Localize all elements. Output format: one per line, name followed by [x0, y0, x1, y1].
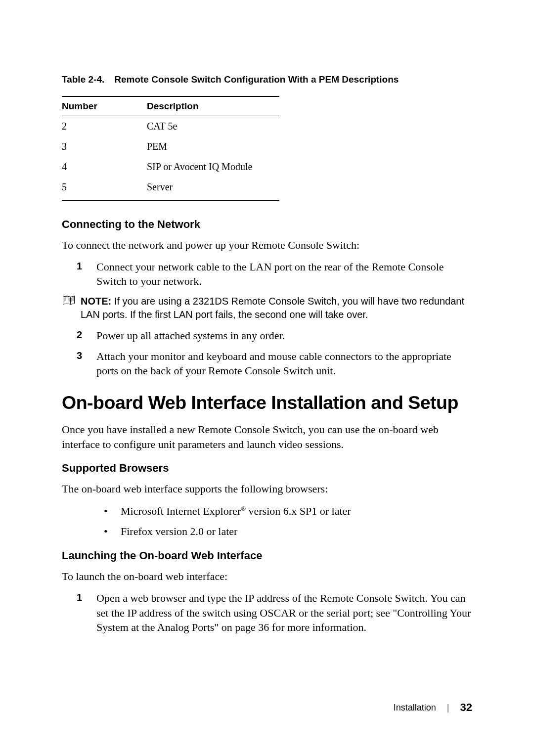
note-block: NOTE: If you are using a 2321DS Remote C…: [62, 295, 472, 321]
list-text: Power up all attached systems in any ord…: [96, 329, 285, 342]
table-row: 5 Server: [62, 177, 279, 200]
list-item: 3 Attach your monitor and keyboard and m…: [87, 349, 472, 378]
table-row: 4 SIP or Avocent IQ Module: [62, 157, 279, 177]
bullet-text-post: version 6.x SP1 or later: [246, 505, 351, 517]
table-cell-description: CAT 5e: [147, 116, 279, 137]
table-cell-description: PEM: [147, 136, 279, 157]
note-label: NOTE:: [81, 296, 111, 307]
table-header-number: Number: [62, 96, 147, 116]
heading-connecting-network: Connecting to the Network: [62, 218, 472, 231]
pem-descriptions-table: Number Description 2 CAT 5e 3 PEM 4 SIP …: [62, 96, 279, 201]
intro-connecting-network: To connect the network and power up your…: [62, 238, 472, 253]
footer-page-number: 32: [460, 701, 472, 714]
note-body: If you are using a 2321DS Remote Console…: [81, 296, 464, 320]
table-row: 2 CAT 5e: [62, 116, 279, 137]
bullet-text: Firefox version 2.0 or later: [121, 525, 237, 537]
table-cell-description: SIP or Avocent IQ Module: [147, 157, 279, 177]
bullet-text-pre: Microsoft Internet Explorer: [121, 505, 241, 517]
list-item: 1 Open a web browser and type the IP add…: [87, 591, 472, 635]
heading-launching-interface: Launching the On-board Web Interface: [62, 549, 472, 562]
connect-steps-list-cont: 2 Power up all attached systems in any o…: [87, 328, 472, 378]
connect-steps-list: 1 Connect your network cable to the LAN …: [87, 260, 472, 289]
page-footer: Installation | 32: [394, 701, 472, 714]
browsers-list: Microsoft Internet Explorer® version 6.x…: [104, 503, 472, 539]
table-caption: Table 2-4.Remote Console Switch Configur…: [62, 74, 472, 85]
registered-mark: ®: [241, 505, 246, 512]
page-content: Table 2-4.Remote Console Switch Configur…: [0, 0, 534, 670]
footer-divider: |: [447, 703, 449, 713]
list-text: Connect your network cable to the LAN po…: [96, 261, 444, 288]
table-cell-description: Server: [147, 177, 279, 200]
table-cell-number: 5: [62, 177, 147, 200]
list-number: 3: [77, 349, 82, 362]
table-cell-number: 3: [62, 136, 147, 157]
table-row: 3 PEM: [62, 136, 279, 157]
list-number: 2: [77, 328, 82, 342]
table-cell-number: 2: [62, 116, 147, 137]
list-item: Firefox version 2.0 or later: [104, 523, 472, 539]
footer-section: Installation: [394, 703, 436, 713]
table-title: Remote Console Switch Configuration With…: [114, 74, 399, 85]
launch-steps-list: 1 Open a web browser and type the IP add…: [87, 591, 472, 635]
list-item: Microsoft Internet Explorer® version 6.x…: [104, 503, 472, 519]
heading-supported-browsers: Supported Browsers: [62, 462, 472, 475]
table-header-description: Description: [147, 96, 279, 116]
note-text: NOTE: If you are using a 2321DS Remote C…: [76, 295, 472, 321]
list-text: Attach your monitor and keyboard and mou…: [96, 350, 451, 377]
table-cell-number: 4: [62, 157, 147, 177]
note-icon: [62, 295, 76, 306]
list-item: 1 Connect your network cable to the LAN …: [87, 260, 472, 289]
table-number: Table 2-4.: [62, 74, 104, 85]
table-header-row: Number Description: [62, 96, 279, 116]
intro-supported-browsers: The on-board web interface supports the …: [62, 482, 472, 496]
list-text: Open a web browser and type the IP addre…: [96, 592, 471, 633]
list-item: 2 Power up all attached systems in any o…: [87, 328, 472, 343]
heading-onboard-web-interface: On-board Web Interface Installation and …: [62, 392, 472, 413]
list-number: 1: [77, 591, 82, 604]
intro-launching-interface: To launch the on-board web interface:: [62, 569, 472, 584]
list-number: 1: [77, 260, 82, 273]
intro-onboard-web-interface: Once you have installed a new Remote Con…: [62, 422, 472, 451]
